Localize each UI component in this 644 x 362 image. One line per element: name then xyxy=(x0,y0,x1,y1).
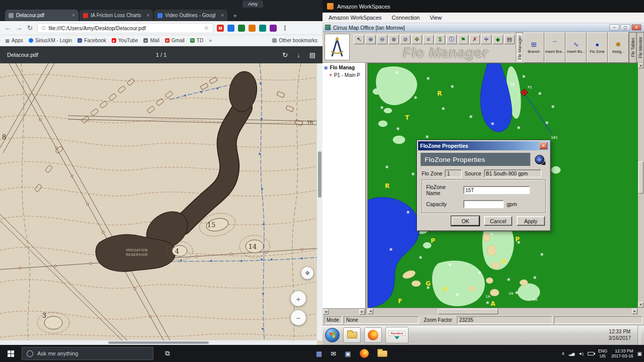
tray-expand-icon[interactable]: ∧ xyxy=(561,351,565,356)
menu-connection[interactable]: Connection xyxy=(392,15,420,21)
download-icon[interactable]: ↓ xyxy=(297,51,300,59)
cost-icon[interactable]: $ xyxy=(435,35,445,44)
action-center-icon[interactable]: ▣ xyxy=(637,351,642,356)
firefox-icon[interactable] xyxy=(360,349,369,358)
sprinkler-icon[interactable] xyxy=(478,271,481,274)
sprinkler-icon[interactable] xyxy=(517,126,520,129)
flo-zone-field[interactable]: 1 xyxy=(445,169,462,177)
sprinkler-icon[interactable] xyxy=(442,107,445,110)
pdf-horizontal-scrollbar[interactable] xyxy=(0,340,317,345)
explorer-taskbar-button[interactable] xyxy=(343,327,361,343)
firefox-taskbar-button[interactable] xyxy=(364,327,382,343)
network-icon[interactable]: ▂▄▆ xyxy=(569,352,574,355)
sprinkler-icon[interactable] xyxy=(507,278,510,281)
bookmark-youtube[interactable]: ▶ YouTube xyxy=(112,38,138,43)
scrollbar-thumb[interactable] xyxy=(318,151,321,198)
minimize-icon[interactable]: ─ xyxy=(609,24,619,31)
apply-button[interactable]: Apply xyxy=(517,216,545,226)
app-titlebar[interactable]: Cirrus Map Office [Ian Morrow] ─ ▢ ✕ xyxy=(323,23,644,32)
tab-flo-tables[interactable]: Flo Tables xyxy=(629,32,636,63)
omnibox[interactable]: ▢ file:///C:/Users/Amy/Desktop/Delacour.… xyxy=(37,23,213,33)
capacity-input[interactable] xyxy=(463,200,504,208)
select-pointer-icon[interactable]: ↖ xyxy=(354,35,364,44)
sprinkler-icon[interactable] xyxy=(407,211,410,214)
sprinkler-icon[interactable] xyxy=(448,263,451,266)
ribbon-button-insert-bra[interactable]: ⌒Insert Bra... xyxy=(544,32,566,63)
flozone-properties-dialog[interactable]: FloZone Properties ✕ FloZone Properties … xyxy=(417,140,551,231)
workspaces-titlebar[interactable]: Amazon WorkSpaces xyxy=(323,0,644,13)
sprinkler-icon[interactable] xyxy=(414,96,417,99)
rainbird-taskbar-button[interactable]: RainBird xyxy=(385,327,409,343)
ribbon-button-flo-zone[interactable]: ●Flo Zone xyxy=(587,32,608,63)
url-text[interactable]: file:///C:/Users/Amy/Desktop/Delacour.pd… xyxy=(49,25,201,31)
flozone-name-input[interactable]: 15T xyxy=(463,186,530,194)
bookmark-mail[interactable]: ✉ Mail xyxy=(143,38,159,43)
language-indicator[interactable]: ENG US xyxy=(598,348,607,358)
tab-close-icon[interactable]: × xyxy=(221,13,224,18)
ribbon-button-branch[interactable]: ⊞Branch xyxy=(523,32,544,63)
profile-name[interactable]: Amy xyxy=(243,1,263,8)
fit-page-button[interactable]: ✥ xyxy=(301,267,313,279)
scroll-down-icon[interactable]: ▼ xyxy=(638,302,643,308)
rotate-icon[interactable]: ↻ xyxy=(282,51,288,59)
zoom-out-button[interactable]: − xyxy=(291,310,306,325)
reload-icon[interactable]: ↻ xyxy=(26,24,34,32)
bookmarks-overflow-icon[interactable]: » xyxy=(209,38,212,43)
extension-icon[interactable] xyxy=(270,25,277,32)
scrollbar-thumb[interactable] xyxy=(438,309,498,314)
sprinkler-icon[interactable] xyxy=(419,256,422,259)
move-icon[interactable]: ✛ xyxy=(481,35,492,44)
dialog-titlebar[interactable]: FloZone Properties ✕ xyxy=(418,141,549,150)
tab-close-icon[interactable]: × xyxy=(72,13,75,18)
print-icon[interactable]: ▤ xyxy=(309,51,315,59)
store-icon[interactable]: ▦ xyxy=(316,350,322,357)
scroll-right-icon[interactable]: ► xyxy=(632,309,637,314)
scroll-left-icon[interactable]: ◄ xyxy=(323,309,329,315)
sprinkler-icon[interactable] xyxy=(395,71,398,74)
pdf-map-canvas[interactable]: IRRIGATION RESERVOIR 15 xyxy=(0,63,317,345)
scroll-right-icon[interactable]: ► xyxy=(359,309,365,315)
scrollbar-thumb[interactable] xyxy=(108,341,209,344)
scroll-left-icon[interactable]: ◄ xyxy=(368,309,373,314)
ok-button[interactable]: OK xyxy=(451,216,479,226)
bookmark-apps[interactable]: ▦ Apps xyxy=(5,38,23,43)
sprinkler-icon[interactable] xyxy=(486,301,489,304)
start-button[interactable] xyxy=(0,345,21,362)
bookmark-gmail[interactable]: M Gmail xyxy=(165,38,185,43)
source-field[interactable]: B1 South-900 gpm xyxy=(484,169,541,177)
sprinkler-icon[interactable] xyxy=(491,122,494,125)
pan-icon[interactable]: ✥ xyxy=(412,35,422,44)
map-vertical-scrollbar[interactable]: ▲ ▼ xyxy=(638,63,644,308)
zoom-in-icon[interactable]: ⊕ xyxy=(365,35,376,44)
close-icon[interactable]: ✕ xyxy=(631,24,641,31)
search-input[interactable]: Ask me anything xyxy=(22,347,153,360)
pdf-viewport[interactable]: IRRIGATION RESERVOIR 15 xyxy=(0,63,323,345)
bookmark-facebook[interactable]: f Facebook xyxy=(77,38,106,43)
clock[interactable]: 12:33 PM 2017-03-16 xyxy=(611,348,633,358)
tree-item-p1[interactable]: ✛ P1 - Main P xyxy=(323,71,365,78)
sprinkler-icon[interactable] xyxy=(469,115,472,118)
ribbon-button-assig[interactable]: ✱Assig... xyxy=(608,32,629,63)
info-icon[interactable]: ⓘ xyxy=(446,35,457,44)
menu-amazon-workspaces[interactable]: Amazon WorkSpaces xyxy=(329,15,382,21)
tab-friction-loss-charts[interactable]: IA Friction Loss Charts × xyxy=(79,10,153,21)
sprinkler-icon[interactable] xyxy=(551,105,554,108)
sprinkler-icon[interactable] xyxy=(426,135,429,138)
scroll-up-icon[interactable]: ▲ xyxy=(638,63,643,68)
extension-icon[interactable] xyxy=(227,25,234,32)
forward-icon[interactable]: → xyxy=(15,24,23,32)
sprinkler-icon[interactable] xyxy=(427,77,430,80)
chrome-menu-icon[interactable]: ⋮ xyxy=(280,24,290,32)
sprinkler-icon[interactable] xyxy=(490,233,493,236)
extension-icon[interactable] xyxy=(249,25,256,32)
back-icon[interactable]: ← xyxy=(4,24,12,32)
photos-icon[interactable]: ▣ xyxy=(345,350,351,357)
map-horizontal-scrollbar[interactable]: ◄ ► xyxy=(367,308,638,315)
bookmark-star-icon[interactable]: ☆ xyxy=(204,25,209,31)
sprinkler-icon[interactable] xyxy=(380,106,383,109)
volume-icon[interactable]: ◄) xyxy=(578,351,584,356)
bookmark-siriusxm[interactable]: SiriusXM - Login xyxy=(29,38,72,43)
gmail-extension-icon[interactable]: M xyxy=(217,25,224,32)
sprinkler-icon[interactable] xyxy=(456,293,459,296)
bookmark-td[interactable]: TD TD xyxy=(190,38,203,43)
